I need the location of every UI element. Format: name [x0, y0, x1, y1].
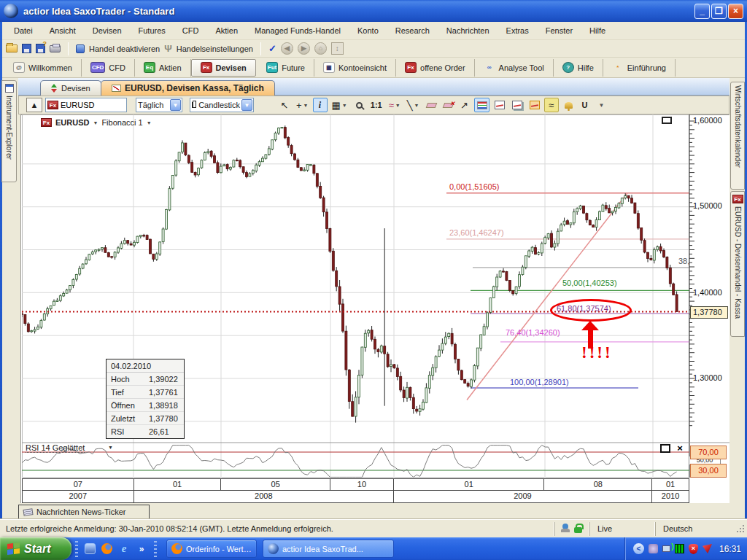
news-ticker-tab[interactable]: Nachrichten News-Ticker	[18, 505, 150, 519]
fib-level-label: 50,00(1,40253)	[562, 279, 617, 287]
menu-item[interactable]: Konto	[351, 23, 389, 38]
antivirus-icon[interactable]	[703, 544, 712, 553]
app-tab-devisen[interactable]: Fx Devisen	[191, 59, 256, 77]
rsi-maximize-button[interactable]	[660, 444, 670, 453]
menu-item[interactable]: Datei	[7, 23, 43, 38]
pane-maximize-button[interactable]	[662, 117, 672, 124]
app-tab-cfd[interactable]: CFD CFD	[82, 59, 135, 77]
activity-icon[interactable]	[675, 544, 684, 553]
app-tab-willkommen[interactable]: @ Willkommen	[4, 59, 82, 77]
quicklaunch-firefox-icon[interactable]	[101, 543, 112, 554]
trade-disable-button[interactable]: Handel deaktivieren	[89, 44, 160, 53]
back-button[interactable]: ◀	[281, 42, 293, 55]
task-saxotrader[interactable]: actior Idea SaxoTrad...	[263, 540, 394, 558]
app-tab-hilfe[interactable]: ? Hilfe	[554, 59, 603, 77]
confirm-icon[interactable]: ✓	[268, 43, 276, 54]
crosshair-tool[interactable]: + ▼	[294, 98, 311, 112]
minimize-button[interactable]: _	[694, 4, 710, 19]
chevron-down-icon[interactable]: ▼	[108, 445, 113, 450]
quicklaunch-more-icon[interactable]: »	[136, 543, 147, 555]
fx-trade-panel-tab[interactable]: Fx EURUSD - Devisenhandel - Kassa	[730, 191, 745, 337]
grid-tool[interactable]: ▦ ▼	[330, 98, 349, 112]
menu-item[interactable]: Fenster	[539, 23, 583, 38]
delete-all-tool[interactable]: ▼	[441, 98, 455, 112]
app-tab-future[interactable]: Fut Future	[258, 59, 314, 77]
indicator-tool[interactable]: ≈ ▼	[387, 98, 403, 112]
legend-study[interactable]: Fibonacci 1	[101, 118, 142, 127]
save-icon[interactable]	[22, 44, 31, 53]
chart-tab-eurusd[interactable]: EURUSD, Devisen Kassa, Täglich	[101, 80, 275, 96]
chevron-down-icon[interactable]: ▼	[147, 120, 152, 125]
menu-item[interactable]: Hilfe	[583, 23, 616, 38]
dock-button[interactable]: ↕	[331, 42, 344, 55]
network-icon[interactable]	[662, 545, 670, 552]
underline-tool[interactable]: U ▼	[578, 98, 592, 112]
chevron-down-icon: ▼	[241, 99, 252, 111]
app-tab-icon: Fut	[266, 62, 278, 73]
chevron-down-icon[interactable]: ▼	[93, 120, 98, 125]
resize-grip[interactable]	[735, 524, 746, 534]
month-cell: 08	[544, 479, 652, 490]
rsi-pane-title[interactable]: RSI 14 Geglättet	[26, 443, 85, 453]
start-button[interactable]: Start	[0, 537, 71, 560]
cursor-tool[interactable]: ↖ ▼	[277, 98, 292, 112]
open-icon[interactable]	[6, 44, 18, 52]
app-tab-kontoeinsicht[interactable]: ▦ Kontoeinsicht	[314, 59, 396, 77]
quicklaunch-ie-icon[interactable]: e	[118, 543, 130, 555]
alarm-tool[interactable]: ▼	[561, 98, 576, 112]
app-tab-einfuehrung[interactable]: * Einführung	[603, 59, 676, 77]
app-tab-offene-order[interactable]: Fx offene Order	[396, 59, 475, 77]
close-button[interactable]: ×	[728, 4, 743, 19]
info-tool[interactable]: i ▼	[313, 98, 328, 112]
menu-item[interactable]: Managed Funds-Handel	[248, 23, 351, 38]
overlay-tool[interactable]: ≈ ▼	[544, 98, 559, 112]
save-as-icon[interactable]	[36, 44, 45, 53]
app-tab-aktien[interactable]: Eq Aktien	[135, 59, 191, 77]
menu-item[interactable]: Futures	[132, 23, 176, 38]
economic-calendar-tab[interactable]: Wirtschaftsdatenkalender	[730, 82, 745, 190]
copy-chart-2-tool[interactable]: ▼	[509, 98, 525, 112]
period-select[interactable]: Täglich ▼	[136, 98, 182, 112]
toolbar-handle[interactable]	[75, 541, 78, 557]
chart-settings-tool[interactable]: ▼	[527, 98, 542, 112]
toolbar-handle[interactable]	[154, 541, 157, 557]
print-icon[interactable]	[50, 45, 61, 52]
more-tools[interactable]: ▼ ▼	[595, 98, 609, 112]
price-axis-label: 1,30000	[693, 373, 722, 382]
maximize-button[interactable]: ❐	[711, 4, 727, 19]
security-alert-icon[interactable]: ×	[689, 544, 698, 554]
app-tab-analyse-tool[interactable]: ∞ Analyse Tool	[475, 59, 554, 77]
menu-item[interactable]: Nachrichten	[440, 23, 500, 38]
menu-item[interactable]: Ansicht	[43, 23, 86, 38]
expand-tool[interactable]: ↗ ▼	[457, 98, 472, 112]
fibonacci-tool[interactable]: ▼	[474, 98, 489, 112]
eraser-tool[interactable]: ▼	[424, 98, 438, 112]
tray-app-icon[interactable]	[649, 544, 658, 553]
instrument-explorer-tab[interactable]: Instrument-Explorer	[1, 80, 17, 182]
chart-tab-devisen[interactable]: Devisen	[40, 80, 101, 96]
ratio-tool[interactable]: 1:1 ▼	[368, 98, 384, 112]
symbol-input[interactable]	[61, 101, 115, 109]
legend-symbol[interactable]: EURUSD	[55, 118, 89, 127]
copy-chart-tool[interactable]: ▼	[492, 98, 507, 112]
task-orderinfo[interactable]: Orderinfo - Wertpapi...	[166, 540, 257, 558]
trade-settings-icon: Ψ	[164, 43, 172, 54]
status-language[interactable]: Deutsch	[655, 522, 735, 536]
menu-item[interactable]: CFD	[176, 23, 209, 38]
forward-button[interactable]: ▶	[298, 42, 310, 55]
app-tab-label: Aktien	[159, 63, 182, 72]
zoom-in-tool[interactable]: ▼	[352, 98, 366, 112]
menu-item[interactable]: Research	[389, 23, 440, 38]
fib-level-label: 23,60(1,46247)	[449, 228, 504, 237]
rsi-close-button[interactable]: ×	[675, 444, 685, 453]
tray-expand-icon[interactable]: <	[633, 543, 644, 554]
menu-item[interactable]: Devisen	[86, 23, 132, 38]
quicklaunch-app-icon[interactable]	[85, 543, 96, 554]
menu-item[interactable]: Extras	[500, 23, 539, 38]
style-select[interactable]: Candlestick ▼	[190, 98, 254, 112]
trade-settings-button[interactable]: Handelseinstellungen	[177, 44, 253, 53]
collapse-toolbar-button[interactable]: ▲	[26, 98, 42, 112]
line-tool[interactable]: ╲ ▼	[405, 98, 422, 112]
menu-item[interactable]: Aktien	[209, 23, 248, 38]
home-button[interactable]: ⌂	[314, 42, 327, 55]
